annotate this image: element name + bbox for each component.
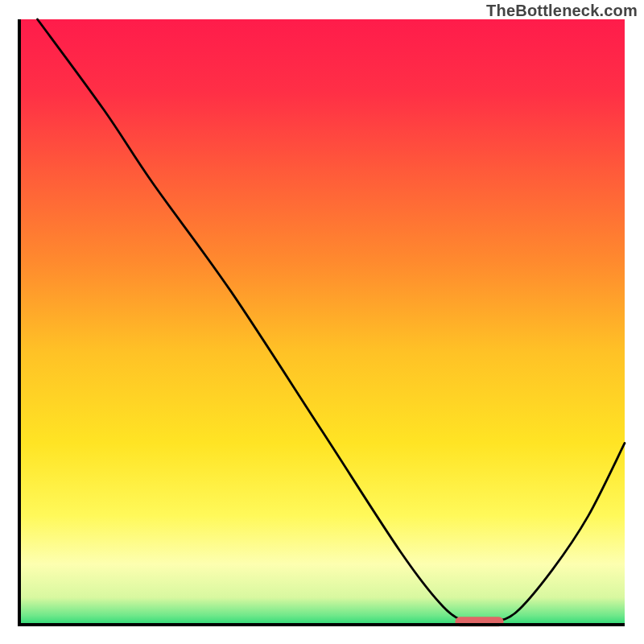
watermark-text: TheBottleneck.com xyxy=(486,2,638,20)
chart-container: TheBottleneck.com xyxy=(0,0,644,644)
bottleneck-chart xyxy=(0,0,644,644)
plot-background xyxy=(19,19,625,625)
